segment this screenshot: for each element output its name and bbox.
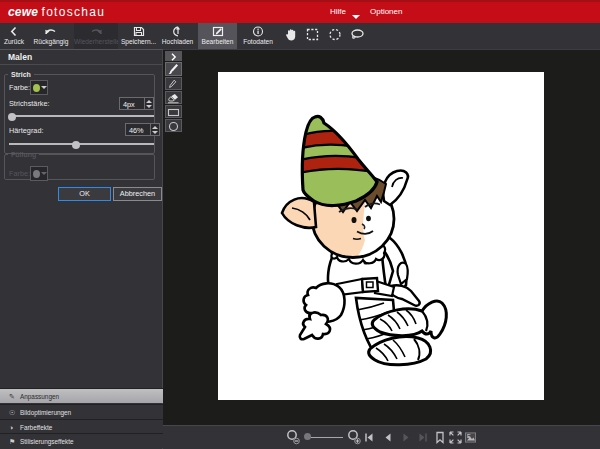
svg-text:E: E (467, 433, 471, 439)
